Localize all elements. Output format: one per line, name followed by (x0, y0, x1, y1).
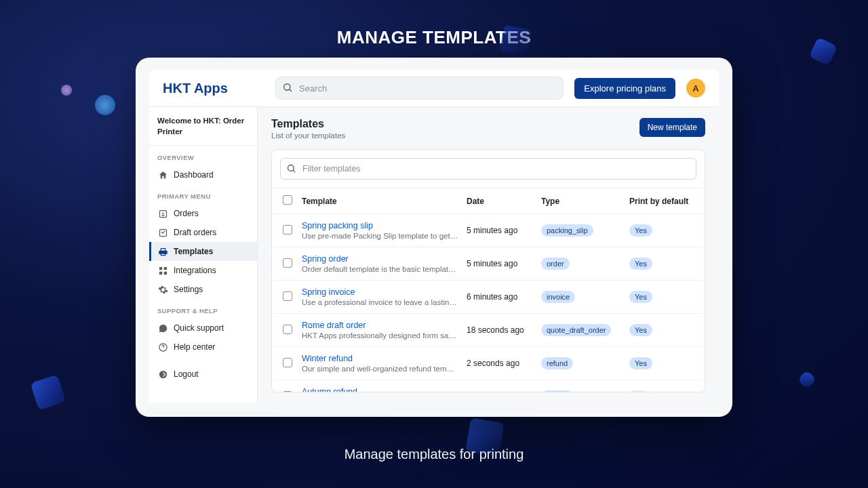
sidebar-item-dashboard[interactable]: Dashboard (149, 165, 257, 184)
app-window: HKT Apps Explore pricing plans A Welcome… (136, 58, 732, 417)
page-title: Templates (271, 118, 345, 130)
sidebar-item-quick-support[interactable]: Quick support (149, 319, 257, 338)
row-checkbox[interactable] (283, 225, 292, 235)
print-default-pill: Yes (629, 324, 652, 336)
logout-icon (157, 369, 168, 380)
sidebar-item-label: Integrations (174, 266, 216, 275)
sidebar-section-overview: OVERVIEW (149, 146, 257, 165)
template-type-pill: refund (541, 390, 573, 392)
sidebar-welcome: Welcome to HKT: Order Printer (149, 115, 257, 146)
template-desc: Order default template is the basic temp… (302, 265, 458, 273)
template-name-link[interactable]: Spring order (302, 254, 458, 264)
explore-pricing-button[interactable]: Explore pricing plans (574, 78, 675, 99)
template-name-link[interactable]: Spring packing slip (302, 221, 458, 230)
templates-card: Template Date Type Print by default Spri… (271, 149, 705, 392)
printer-icon (157, 246, 168, 257)
integrations-icon (157, 265, 168, 276)
sidebar-section-support: SUPPORT & HELP (149, 299, 257, 319)
help-icon (157, 342, 168, 352)
table-row: Autumn refundTake advantage of our pre-m… (272, 380, 705, 392)
template-desc: HKT Apps professionally designed form sa… (302, 331, 458, 340)
template-desc: Use pre-made Packing Slip template to ge… (302, 232, 458, 240)
sidebar-item-label: Logout (174, 369, 199, 379)
search-icon (282, 82, 293, 93)
svg-rect-4 (159, 267, 161, 270)
template-date: 2 seconds ago (467, 359, 541, 368)
sidebar-item-label: Orders (174, 209, 199, 218)
sidebar-item-settings[interactable]: Settings (149, 280, 257, 299)
new-template-button[interactable]: New template (639, 118, 705, 137)
table-row: Spring packing slipUse pre-made Packing … (272, 214, 705, 247)
table-header: Template Date Type Print by default (272, 188, 705, 214)
template-type-pill: quote_draft_order (541, 324, 611, 336)
sidebar-item-label: Help center (174, 342, 215, 352)
template-date: 18 seconds ago (467, 325, 541, 335)
sidebar-item-label: Dashboard (174, 170, 214, 180)
col-template[interactable]: Template (302, 197, 467, 206)
sidebar-item-draft-orders[interactable]: Draft orders (149, 223, 257, 242)
svg-line-11 (293, 170, 295, 172)
template-type-pill: packing_slip (541, 224, 593, 237)
svg-point-0 (284, 84, 290, 90)
main-content: Templates List of your templates New tem… (258, 107, 719, 403)
filter-templates-input[interactable] (280, 158, 696, 180)
gear-icon (157, 284, 168, 295)
col-print[interactable]: Print by default (629, 197, 694, 206)
sidebar-item-orders[interactable]: Orders (149, 204, 257, 223)
page-header: Templates List of your templates New tem… (271, 118, 705, 140)
sidebar-item-help-center[interactable]: Help center (149, 338, 257, 357)
hero-subtitle: Manage templates for printing (0, 447, 868, 462)
sidebar-item-label: Settings (174, 285, 203, 294)
template-desc: Use a professional invoice to leave a la… (302, 298, 458, 306)
template-desc: Our simple and well-organized refund tem… (302, 365, 458, 373)
page-subtitle: List of your templates (271, 131, 345, 140)
sidebar-item-label: Quick support (174, 323, 224, 333)
svg-rect-7 (163, 271, 166, 274)
sidebar-item-templates[interactable]: Templates (149, 242, 257, 261)
row-checkbox[interactable] (283, 358, 292, 367)
chat-icon (157, 323, 168, 333)
svg-line-1 (290, 89, 292, 92)
table-row: Spring invoiceUse a professional invoice… (272, 281, 705, 314)
col-type[interactable]: Type (541, 197, 629, 206)
svg-rect-6 (159, 271, 161, 274)
print-default-pill: Yes (629, 258, 652, 270)
row-checkbox[interactable] (283, 258, 292, 268)
sidebar: Welcome to HKT: Order Printer OVERVIEW D… (149, 107, 258, 403)
sidebar-item-label: Draft orders (174, 228, 216, 237)
bg-orb-1 (61, 85, 72, 96)
select-all-checkbox[interactable] (283, 195, 292, 205)
template-date: 5 minutes ago (467, 226, 541, 235)
row-checkbox[interactable] (283, 325, 292, 334)
template-name-link[interactable]: Rome draft order (302, 321, 458, 330)
col-date[interactable]: Date (467, 197, 541, 206)
template-type-pill: invoice (541, 291, 575, 303)
sidebar-item-logout[interactable]: Logout (149, 365, 257, 384)
sidebar-item-integrations[interactable]: Integrations (149, 261, 257, 280)
topbar: HKT Apps Explore pricing plans A (149, 70, 719, 107)
brand-logo[interactable]: HKT Apps (163, 81, 264, 96)
template-name-link[interactable]: Autumn refund (302, 387, 458, 392)
hero-title: MANAGE TEMPLATES (0, 27, 868, 48)
print-default-pill: No (629, 390, 650, 392)
template-date: 6 minutes ago (467, 292, 541, 302)
svg-point-10 (288, 165, 294, 171)
template-name-link[interactable]: Spring invoice (302, 287, 458, 297)
search-wrap (275, 77, 564, 100)
template-name-link[interactable]: Winter refund (302, 354, 458, 363)
filter-row (272, 150, 705, 188)
bg-gem-4 (797, 370, 816, 389)
search-input[interactable] (275, 77, 564, 100)
sidebar-item-label: Templates (174, 247, 213, 256)
row-checkbox[interactable] (283, 391, 292, 392)
table-body: Spring packing slipUse pre-made Packing … (272, 214, 705, 392)
table-row: Rome draft orderHKT Apps professionally … (272, 314, 705, 347)
print-default-pill: Yes (629, 357, 652, 369)
orders-icon (157, 208, 168, 219)
template-date: 5 minutes ago (467, 259, 541, 268)
print-default-pill: Yes (629, 224, 652, 237)
sidebar-section-primary: PRIMARY MENU (149, 184, 257, 204)
row-checkbox[interactable] (283, 291, 292, 301)
avatar[interactable]: A (686, 79, 705, 98)
home-icon (157, 169, 168, 180)
